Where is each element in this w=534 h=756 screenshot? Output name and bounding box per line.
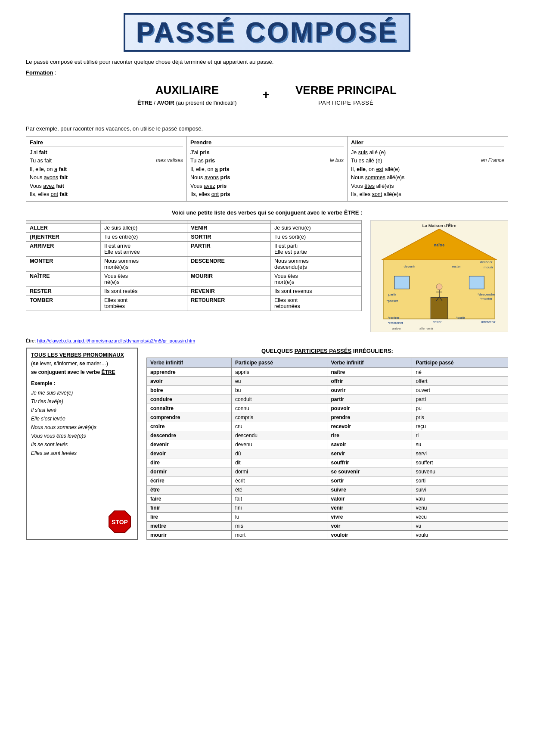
etre-conj1: Ils sont restés xyxy=(101,287,187,296)
etre-image: La Maison d'Être naître devenir rester d… xyxy=(370,220,508,332)
etre-conj2: Ils sont revenus xyxy=(270,287,361,296)
participes-title: QUELQUES PARTICIPES PASSÉS IRRÉGULIERS: xyxy=(146,348,508,354)
table-row: servi xyxy=(412,449,508,458)
prendre-side-label: le bus xyxy=(330,149,344,163)
faire-title: Faire xyxy=(30,139,183,147)
list-item: Il s'est levé xyxy=(31,406,133,414)
svg-text:STOP: STOP xyxy=(112,519,128,526)
table-row: faire xyxy=(147,495,232,504)
table-row: pouvoir xyxy=(327,404,412,413)
table-row: conduit xyxy=(231,395,327,404)
auxiliaire-sub: ÊTRE / AVOIR (au présent de l'indicatif) xyxy=(137,100,237,106)
main-title: PASSÉ COMPOSÉ xyxy=(124,13,410,52)
etre-verb1: (R)ENTRER xyxy=(26,233,101,242)
table-row: devoir xyxy=(147,449,232,458)
list-item: Vous vous êtes levé(e)s xyxy=(31,432,133,440)
table-row: comprendre xyxy=(147,413,232,422)
etre-link: Être: http://claweb.cla.unipd.it/home/sm… xyxy=(26,338,508,343)
etre-verb2: DESCENDRE xyxy=(187,257,271,272)
formation-colon: : xyxy=(53,69,56,76)
exemple-label: Exemple : xyxy=(31,380,133,387)
table-row: offrir xyxy=(327,377,412,386)
table-row: naître xyxy=(327,368,412,377)
etre-verb2: SORTIR xyxy=(187,233,271,242)
svg-text:arriver: arriver xyxy=(392,327,402,330)
table-row: souffert xyxy=(412,458,508,467)
svg-text:*descendre: *descendre xyxy=(478,292,495,296)
svg-text:naître: naître xyxy=(434,243,444,247)
table-row: devenir xyxy=(147,440,232,449)
table-row: conduire xyxy=(147,395,232,404)
auxiliaire-title: AUXILIAIRE xyxy=(137,84,237,97)
etre-verb1: TOMBER xyxy=(26,296,101,311)
table-row: valoir xyxy=(327,495,412,504)
faire-conjugations: J'ai fait Tu as fait Il, elle, on a fait… xyxy=(30,149,152,199)
etre-conj2: Je suis venu(e) xyxy=(270,224,361,233)
table-row: vouloir xyxy=(327,531,412,540)
table-row: dit xyxy=(231,458,327,467)
svg-rect-4 xyxy=(431,298,448,319)
table-row: cru xyxy=(231,422,327,431)
table-row: dû xyxy=(231,449,327,458)
etre-conj2: Tu es sorti(e) xyxy=(270,233,361,242)
svg-text:*retourner: *retourner xyxy=(388,321,404,325)
table-row: fait xyxy=(231,495,327,504)
table-row: dire xyxy=(147,458,232,467)
table-row: dormi xyxy=(231,467,327,476)
svg-text:décéder: décéder xyxy=(480,260,493,264)
pronominaux-subtitle2: se conjuguent avec le verbe ÊTRE xyxy=(31,368,133,376)
etre-conj1: Il est arrivéElle est arrivée xyxy=(101,242,187,257)
participes-section: QUELQUES PARTICIPES PASSÉS IRRÉGULIERS: … xyxy=(146,348,508,540)
svg-text:devenir: devenir xyxy=(404,264,415,268)
maison-etre: La Maison d'Être naître devenir rester d… xyxy=(370,220,508,332)
table-row: écrit xyxy=(231,476,327,485)
table-row: devenu xyxy=(231,440,327,449)
table-row: appris xyxy=(231,368,327,377)
prendre-conjugations: J'ai pris Tu as pris Il, elle, on a pris… xyxy=(190,149,326,199)
svg-text:*rentrer: *rentrer xyxy=(388,316,400,320)
svg-text:partir: partir xyxy=(388,292,396,296)
etre-conj1: Je suis allé(e) xyxy=(101,224,187,233)
etre-conj2: Vous êtesmort(e)s xyxy=(270,272,361,287)
table-row: mort xyxy=(231,531,327,540)
aller-title: Aller xyxy=(351,139,504,147)
table-row: souvenu xyxy=(412,467,508,476)
table-row: servir xyxy=(327,449,412,458)
table-row: mourir xyxy=(147,531,232,540)
etre-conj1: Nous sommesmonté(e)s xyxy=(101,257,187,272)
svg-text:La Maison d'Être: La Maison d'Être xyxy=(422,223,456,228)
table-row: partir xyxy=(327,395,412,404)
etre-verb1: RESTER xyxy=(26,287,101,296)
table-row: voir xyxy=(327,522,412,531)
list-item: Nous nous sommes levé(e)s xyxy=(31,423,133,431)
aller-side-label: en France xyxy=(481,149,504,163)
etre-col2-header xyxy=(101,221,187,224)
pronominaux-lines: Je me suis levé(e)Tu t'es levé(e)Il s'es… xyxy=(31,389,133,457)
table-row: fini xyxy=(231,504,327,513)
etre-verb1: ARRIVER xyxy=(26,242,101,257)
verbe-principal-title: VERBE PRINCIPAL xyxy=(295,84,397,97)
table-row: pu xyxy=(412,404,508,413)
table-row: voulu xyxy=(412,531,508,540)
table-row: eu xyxy=(231,377,327,386)
table-row: suivi xyxy=(412,485,508,495)
list-item: Elles se sont levées xyxy=(31,449,133,457)
table-row: croire xyxy=(147,422,232,431)
verb-tables-row: Faire J'ai fait Tu as fait Il, elle, on … xyxy=(26,136,508,202)
table-row: boire xyxy=(147,386,232,395)
etre-link-url[interactable]: http://claweb.cla.unipd.it/home/smazurel… xyxy=(37,338,195,343)
list-item: Je me suis levé(e) xyxy=(31,389,133,397)
table-row: prendre xyxy=(327,413,412,422)
stop-sign: STOP xyxy=(107,509,133,535)
table-row: compris xyxy=(231,413,327,422)
table-row: sortir xyxy=(327,476,412,485)
etre-link-label: Être: xyxy=(26,338,36,343)
etre-conj2: Elles sontretournées xyxy=(270,296,361,311)
pronominaux-box: TOUS LES VERBES PRONOMINAUX (se lever, s… xyxy=(26,348,138,540)
table-row: sorti xyxy=(412,476,508,485)
etre-section: ALLERJe suis allé(e)VENIRJe suis venu(e)… xyxy=(26,220,508,332)
table-row: ri xyxy=(412,431,508,440)
etre-table-wrapper: ALLERJe suis allé(e)VENIRJe suis venu(e)… xyxy=(26,220,362,332)
svg-text:*sortir: *sortir xyxy=(456,316,465,320)
aller-conjugations: Je suis allé (e) Tu es allé (e) Il, elle… xyxy=(351,149,478,199)
